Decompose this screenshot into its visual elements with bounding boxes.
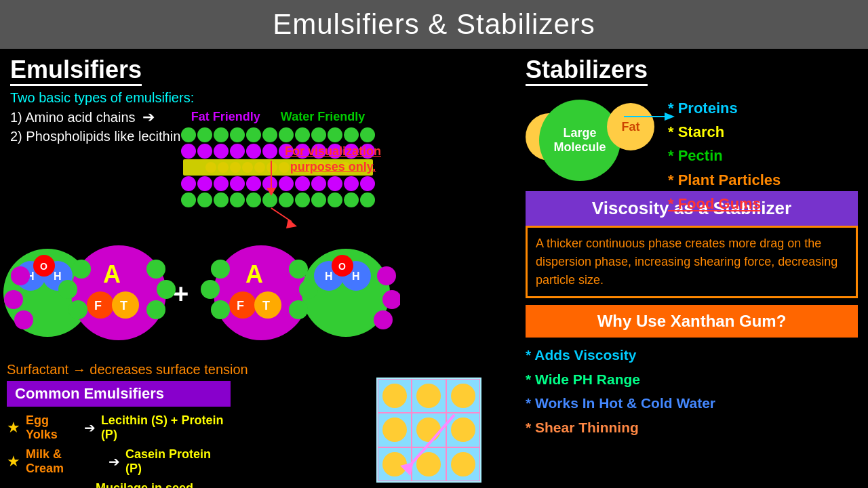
grid-cell xyxy=(378,379,412,413)
stabilizer-food-gums: * Food Gums xyxy=(668,192,781,216)
xanthan-list: * Adds Viscosity * Wide PH Range * Works… xyxy=(526,343,858,440)
fat-friendly-label: Fat Friendly xyxy=(191,110,260,124)
two-basic-text: Two basic types of emulsifiers: xyxy=(10,90,505,106)
svg-text:H: H xyxy=(325,270,333,282)
svg-point-32 xyxy=(58,280,77,299)
xanthan-gum-title: Why Use Xanthan Gum? xyxy=(526,305,858,338)
svg-point-34 xyxy=(146,260,165,279)
emulsifier-item-eggs: ★ Egg Yolks ➔ Lecithin (S) + Protein (P) xyxy=(7,413,231,442)
svg-point-41 xyxy=(299,280,318,299)
left-panel: Emulsifiers Two basic types of emulsifie… xyxy=(0,49,515,488)
grid-cell xyxy=(412,379,446,413)
svg-text:H: H xyxy=(54,270,62,282)
xanthan-wide-ph: * Wide PH Range xyxy=(526,367,858,392)
emulsifier-molecule-diagram: H H O A F T + A F T H xyxy=(0,232,400,350)
stabilizer-starch: * Starch xyxy=(668,120,781,144)
svg-text:+: + xyxy=(173,279,189,308)
egg-product: Lecithin (S) + Protein (P) xyxy=(101,413,231,442)
svg-text:T: T xyxy=(262,299,270,312)
svg-point-35 xyxy=(157,280,176,299)
svg-text:H: H xyxy=(352,270,360,282)
grid-inner xyxy=(378,379,480,481)
star-icon-milk: ★ xyxy=(7,453,20,470)
right-panel: Stabilizers Fat Large Molecule Fat * Pro… xyxy=(515,49,868,488)
star-icon-eggs: ★ xyxy=(7,419,20,436)
svg-text:A: A xyxy=(245,260,263,288)
svg-point-18 xyxy=(214,245,309,340)
svg-text:T: T xyxy=(120,299,127,312)
grid-cell xyxy=(378,413,412,447)
common-emulsifiers-title: Common Emulsifiers xyxy=(7,381,231,407)
stabilizer-pectin: * Pectin xyxy=(668,144,781,167)
svg-text:A: A xyxy=(103,260,121,288)
svg-text:F: F xyxy=(237,299,244,312)
svg-point-37 xyxy=(211,260,230,279)
emulsifier-item-milk: ★ Milk & Cream ➔ Casein Protein (P) xyxy=(7,447,231,476)
emulsifier-item-mustard: ★ Mustard ➔ Mucilage in seed coating (S) xyxy=(7,481,231,488)
surfactant-text: Surfactant → decreases surface tension xyxy=(7,362,248,378)
stabilizer-list: * Proteins * Starch * Pectin * Plant Par… xyxy=(668,96,781,216)
svg-text:O: O xyxy=(338,261,346,272)
grid-cell xyxy=(412,447,446,481)
stabilizer-proteins: * Proteins xyxy=(668,96,781,120)
svg-point-42 xyxy=(289,300,308,319)
svg-point-45 xyxy=(11,266,30,285)
xanthan-shear-thinning: * Shear Thinning xyxy=(526,415,858,440)
title-bar: Emulsifiers & Stabilizers xyxy=(0,0,868,49)
milk-arrow: ➔ xyxy=(108,453,120,470)
svg-point-48 xyxy=(374,310,393,329)
emulsifiers-heading: Emulsifiers xyxy=(10,56,142,86)
svg-marker-3 xyxy=(286,219,297,228)
molecule-area: Fat Large Molecule Fat * Proteins * Star… xyxy=(526,93,858,188)
grid-diagram xyxy=(376,378,481,483)
large-molecule-circle: Large Molecule xyxy=(539,100,620,181)
mustard-product: Mucilage in seed coating (S) xyxy=(96,481,231,488)
svg-point-36 xyxy=(146,300,165,319)
xanthan-adds-viscosity: * Adds Viscosity xyxy=(526,343,858,367)
grid-cell xyxy=(378,447,412,481)
svg-line-2 xyxy=(271,208,292,222)
svg-text:F: F xyxy=(94,299,102,312)
milk-product: Casein Protein (P) xyxy=(125,447,231,476)
page-title: Emulsifiers & Stabilizers xyxy=(0,8,868,41)
visualization-label: For visualization purposes only. xyxy=(285,144,381,176)
stabilizers-heading: Stabilizers xyxy=(526,56,648,86)
grid-cell xyxy=(412,413,446,447)
fat-circle-right: Fat xyxy=(607,103,654,150)
grid-cell xyxy=(446,447,480,481)
svg-point-43 xyxy=(14,310,33,329)
svg-text:O: O xyxy=(40,261,47,272)
milk-source: Milk & Cream xyxy=(26,447,103,476)
svg-point-39 xyxy=(211,300,230,319)
stabilizer-plant-particles: * Plant Particles xyxy=(668,168,781,192)
svg-point-11 xyxy=(71,245,166,340)
egg-arrow: ➔ xyxy=(84,420,96,436)
common-emulsifiers-section: Common Emulsifiers ★ Egg Yolks ➔ Lecithi… xyxy=(7,381,231,488)
svg-point-44 xyxy=(4,290,23,309)
xanthan-hot-cold: * Works In Hot & Cold Water xyxy=(526,391,858,415)
svg-point-40 xyxy=(289,260,308,279)
grid-cell xyxy=(446,379,480,413)
amino-arrow-symbol: ➔ xyxy=(142,108,155,126)
svg-point-46 xyxy=(377,266,396,285)
svg-point-31 xyxy=(72,260,91,279)
svg-point-38 xyxy=(201,280,220,299)
grid-cell xyxy=(446,413,480,447)
egg-source: Egg Yolks xyxy=(26,413,79,442)
svg-point-33 xyxy=(68,300,87,319)
viscosity-content: A thicker continuous phase creates more … xyxy=(526,226,858,298)
water-friendly-label: Water Friendly xyxy=(281,110,365,124)
